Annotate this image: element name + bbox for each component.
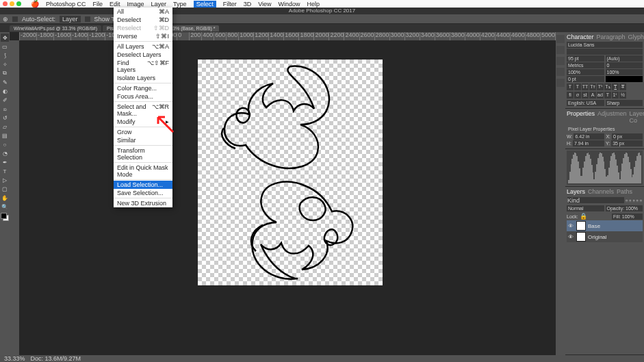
text-color-swatch[interactable] (606, 76, 643, 82)
panel-icon[interactable] (556, 68, 565, 76)
menu-item[interactable]: Select and Mask...⌥⌘R (114, 103, 172, 118)
font-style-field[interactable] (567, 49, 643, 55)
menu-item[interactable]: Inverse⇧⌘I (114, 32, 172, 40)
auto-select-dropdown[interactable]: Layer (60, 16, 81, 23)
color-swatch[interactable] (1, 213, 9, 221)
menu-app[interactable]: Photoshop CC (46, 1, 86, 8)
layer-name[interactable]: Original (588, 234, 607, 240)
panel-icon[interactable] (556, 79, 565, 87)
type-tool[interactable]: T (1, 167, 9, 175)
path-tool[interactable]: ▷ (1, 176, 9, 184)
visibility-icon[interactable]: 👁 (568, 223, 574, 229)
layer-name[interactable]: Base (588, 223, 600, 229)
layer-thumbnail[interactable] (576, 221, 586, 231)
move-tool[interactable]: ✥ (1, 34, 9, 42)
antialias-field[interactable]: Sharp (606, 100, 643, 106)
visibility-icon[interactable]: 👁 (568, 234, 574, 240)
language-field[interactable]: English: USA (567, 100, 604, 106)
tab-layercomps[interactable]: Layer Co (630, 110, 644, 124)
menu-item[interactable]: Color Range... (114, 84, 172, 92)
layer-row[interactable]: 👁 Base (567, 220, 643, 231)
ot-button[interactable]: ½ (619, 92, 626, 99)
menu-select[interactable]: Select (194, 1, 216, 8)
ot-button[interactable]: st (582, 92, 589, 99)
menu-item[interactable]: Focus Area... (114, 92, 172, 101)
hscale-field[interactable]: 100% (606, 69, 643, 75)
document-canvas[interactable] (198, 60, 383, 285)
ot-button[interactable]: 1ˢ (612, 92, 619, 99)
height-field[interactable]: 7.94 in (573, 140, 604, 146)
tab-channels[interactable]: Channels (588, 188, 614, 195)
menu-item[interactable]: Isolate Layers (114, 74, 172, 82)
menu-item[interactable]: Modify (114, 118, 172, 126)
menu-item[interactable]: New 3D Extrusion (114, 199, 172, 207)
tab-layers[interactable]: Layers (567, 188, 585, 195)
eraser-tool[interactable]: ▱ (1, 122, 9, 131)
menu-item[interactable]: Similar (114, 136, 172, 144)
tab-paragraph[interactable]: Paragraph (597, 34, 626, 40)
eyedropper-tool[interactable]: ✎ (1, 78, 9, 86)
tab-adjustments[interactable]: Adjustmen (597, 110, 627, 124)
menu-item[interactable]: Save Selection... (114, 189, 172, 197)
menu-filter[interactable]: Filter (223, 1, 237, 8)
layer-filter[interactable]: Kind (567, 197, 624, 203)
menu-file[interactable]: File (93, 1, 103, 8)
fill-field[interactable]: Fill: 100% (612, 214, 643, 220)
bold-button[interactable]: T (567, 83, 574, 90)
tab-properties[interactable]: Properties (567, 110, 595, 124)
menu-view[interactable]: View (258, 1, 271, 8)
canvas-area[interactable]: -2000-1800-1600-1400-1200-1000-800-600-4… (10, 32, 556, 355)
menu-window[interactable]: Window (279, 1, 300, 8)
panel-icon[interactable] (556, 35, 565, 43)
tab-paths[interactable]: Paths (617, 188, 632, 195)
tab-glyphs[interactable]: Glyphs (628, 34, 644, 40)
superscript-button[interactable]: T¹ (597, 83, 604, 90)
window-controls[interactable] (3, 1, 21, 6)
underline-button[interactable]: T̲ (612, 83, 619, 90)
hand-tool[interactable]: ✋ (1, 194, 9, 202)
magic-wand-tool[interactable]: ✧ (1, 60, 9, 68)
panel-icon[interactable] (556, 46, 565, 54)
show-transform-checkbox[interactable] (85, 16, 90, 22)
zoom-tool[interactable]: 🔍 (1, 203, 9, 211)
dodge-tool[interactable]: ◔ (1, 149, 9, 157)
x-field[interactable]: 0 px (612, 133, 643, 140)
doc-info[interactable]: Doc: 13.6M/9.27M (31, 355, 81, 362)
menu-item[interactable]: Deselect Layers (114, 51, 172, 59)
allcaps-button[interactable]: TT (582, 83, 589, 90)
y-field[interactable]: 35 px (611, 140, 643, 146)
ot-button[interactable]: ad (597, 92, 604, 99)
font-family-field[interactable]: Lucida Sans (567, 42, 643, 48)
menu-item[interactable]: Find Layers⌥⇧⌘F (114, 59, 172, 74)
ot-button[interactable]: σ (574, 92, 581, 99)
filter-icon[interactable]: ▫ (632, 197, 634, 204)
menu-image[interactable]: Image (127, 1, 144, 8)
marquee-tool[interactable]: ▭ (1, 42, 9, 51)
layer-row[interactable]: 👁 Original (567, 231, 643, 242)
leading-field[interactable]: (Auto) (606, 55, 643, 62)
ot-button[interactable]: T (604, 92, 611, 99)
panel-icon[interactable] (556, 57, 565, 65)
zoom-level[interactable]: 33.33% (4, 355, 25, 362)
menu-item[interactable]: Transform Selection (114, 146, 172, 161)
lock-icon[interactable]: 🔒 (580, 213, 587, 220)
brush-tool[interactable]: ✐ (1, 96, 9, 104)
strike-button[interactable]: T̶ (619, 83, 626, 90)
vscale-field[interactable]: 100% (567, 69, 604, 75)
document-tab[interactable]: WineWallArtPs.psd @ 33.3% (RGB/8#) (10, 25, 101, 31)
menu-item[interactable]: Edit in Quick Mask Mode (114, 164, 172, 179)
crop-tool[interactable]: ⧉ (1, 69, 9, 77)
gradient-tool[interactable]: ▤ (1, 131, 9, 140)
kerning-field[interactable]: Metrics (567, 62, 604, 68)
filter-icon[interactable]: ▫ (636, 197, 639, 204)
tracking-field[interactable]: 0 (606, 62, 643, 68)
tab-character[interactable]: Character (567, 34, 594, 40)
menu-item[interactable]: Grow (114, 128, 172, 136)
filter-icon[interactable]: ▫ (640, 197, 642, 204)
history-brush-tool[interactable]: ↺ (1, 114, 9, 122)
shape-tool[interactable]: ▢ (1, 185, 9, 193)
filter-icon[interactable]: ▫ (629, 197, 631, 204)
menu-3d[interactable]: 3D (244, 1, 252, 8)
menu-item[interactable]: Reselect⇧⌘D (114, 24, 172, 32)
menu-item[interactable]: All⌘A (114, 8, 172, 16)
